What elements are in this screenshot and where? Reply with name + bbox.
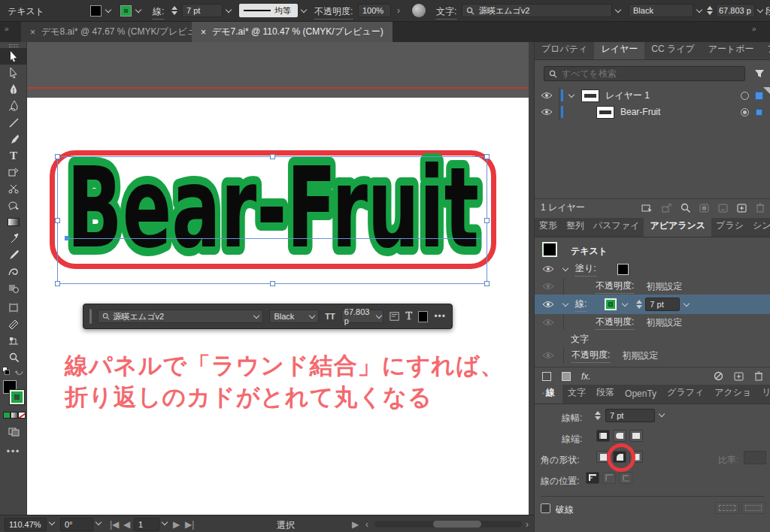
tab-pathfinder[interactable]: パスファイ xyxy=(589,215,644,237)
opacity-value[interactable]: 初期設定 xyxy=(646,316,682,329)
scroll-left-icon[interactable]: ‹ xyxy=(365,519,368,530)
stroke-width-field[interactable]: 7 pt xyxy=(605,409,655,422)
export-icon[interactable] xyxy=(662,204,671,213)
selection-tool[interactable] xyxy=(0,48,27,65)
tab-cc-libraries[interactable]: CC ライブ xyxy=(644,39,702,59)
free-transform-tool[interactable] xyxy=(0,164,27,180)
stroke-proxy-swatch[interactable] xyxy=(10,390,24,404)
eyedropper-tool[interactable] xyxy=(0,246,27,263)
visibility-eye-icon[interactable] xyxy=(542,352,554,359)
font-size-chevron-icon[interactable] xyxy=(757,7,763,13)
font-size-field[interactable]: 67.803 p xyxy=(716,4,755,17)
prev-artboard-icon[interactable]: ◀ xyxy=(123,519,130,530)
stroke-width-field[interactable]: 7 pt xyxy=(182,4,223,17)
handle-top-center[interactable] xyxy=(270,154,275,159)
gradient-tool[interactable] xyxy=(0,213,27,230)
handle-bottom-center[interactable] xyxy=(270,281,275,286)
handle-mid-right[interactable] xyxy=(484,218,490,223)
toolbar-drag-handle[interactable] xyxy=(9,44,18,47)
round-cap-button[interactable] xyxy=(613,430,626,442)
filter-funnel-icon[interactable] xyxy=(754,69,765,78)
miter-ratio-field[interactable] xyxy=(744,451,766,464)
rotation-field[interactable]: 0° xyxy=(60,518,93,531)
stroke-chevron-icon[interactable] xyxy=(135,7,141,13)
color-mode-icon[interactable] xyxy=(3,412,11,419)
type-tool[interactable]: T xyxy=(0,147,27,164)
line-segment-tool[interactable] xyxy=(0,114,27,131)
tab-opentype[interactable]: OpenTy xyxy=(620,384,662,404)
appearance-row-stroke[interactable]: 線: 7 pt xyxy=(535,295,770,314)
collect-for-export-icon[interactable] xyxy=(641,204,653,213)
new-effect-icon[interactable]: fx. xyxy=(581,371,591,382)
tab-layers[interactable]: レイヤー xyxy=(594,39,644,59)
artboard-tool[interactable] xyxy=(0,299,27,316)
tab-actions[interactable]: アクショ xyxy=(709,382,756,404)
zoom-tool[interactable] xyxy=(0,349,27,365)
characters-label[interactable]: 文字 xyxy=(571,333,589,346)
handle-mid-left[interactable] xyxy=(55,218,60,223)
stroke-row-label[interactable]: 線: xyxy=(575,298,587,312)
expand-chevron-icon[interactable] xyxy=(562,300,568,306)
dashed-line-checkbox[interactable] xyxy=(541,503,550,513)
tab-paragraph[interactable]: 段落 xyxy=(591,382,620,404)
projecting-cap-button[interactable] xyxy=(629,430,643,442)
new-sublayer-icon[interactable] xyxy=(718,204,728,213)
paragraph-align-icon[interactable] xyxy=(390,311,399,322)
new-fill-icon[interactable] xyxy=(562,372,571,381)
artboard-number-field[interactable]: 1 xyxy=(134,518,159,531)
new-layer-icon[interactable] xyxy=(737,204,747,213)
appearance-row-fill-opacity[interactable]: 不透明度: 初期設定 xyxy=(535,278,770,295)
selection-bounding-box[interactable] xyxy=(57,156,487,284)
knife-tool[interactable] xyxy=(0,316,27,332)
paintbrush-tool[interactable] xyxy=(0,131,27,147)
touch-type-icon[interactable]: T xyxy=(406,310,413,322)
opacity-label[interactable]: 不透明度: xyxy=(571,349,610,363)
pen-tool[interactable] xyxy=(0,81,27,98)
more-options-icon[interactable]: ••• xyxy=(434,311,446,322)
curvature-tool[interactable] xyxy=(0,98,27,114)
font-style-dropdown[interactable]: Black xyxy=(269,310,319,323)
canvas-area[interactable]: Bear-Fruit 源暎エムゴv2 xyxy=(27,42,529,515)
none-mode-icon[interactable] xyxy=(18,412,26,419)
tab-brushes[interactable]: ブラシ xyxy=(711,215,748,237)
dash-align-button[interactable] xyxy=(741,502,765,514)
fill-swatch[interactable] xyxy=(617,264,629,275)
font-size-field[interactable]: 67.803 p xyxy=(341,310,384,323)
zoom-level-field[interactable]: 110.47% xyxy=(5,518,47,531)
visibility-eye-icon[interactable] xyxy=(542,319,554,326)
align-outside-button[interactable] xyxy=(619,472,632,484)
font-family-dropdown[interactable]: 源暎エムゴv2 xyxy=(462,4,612,17)
layer-thumbnail[interactable] xyxy=(596,106,614,119)
delete-layer-icon[interactable] xyxy=(756,203,765,213)
direct-selection-tool[interactable] xyxy=(0,65,27,81)
visibility-eye-icon[interactable] xyxy=(542,283,554,290)
artboard[interactable]: Bear-Fruit 源暎エムゴv2 xyxy=(27,98,529,515)
layer-name[interactable]: Bear-Fruit xyxy=(620,107,660,117)
locate-object-icon[interactable] xyxy=(681,203,690,213)
scissors-tool[interactable] xyxy=(0,180,27,197)
shaper-tool[interactable] xyxy=(0,197,27,213)
stroke-width-stepper[interactable] xyxy=(636,300,642,309)
miter-join-button[interactable] xyxy=(596,451,610,463)
new-stroke-icon[interactable] xyxy=(542,372,551,381)
character-label[interactable]: 文字: xyxy=(436,5,456,20)
layer-name[interactable]: レイヤー 1 xyxy=(605,89,650,102)
fill-row-label[interactable]: 塗り: xyxy=(575,262,596,277)
butt-cap-button[interactable] xyxy=(596,430,610,442)
layers-search-field[interactable] xyxy=(544,66,745,81)
tab-stroke[interactable]: ◦ 線 xyxy=(535,382,562,404)
bevel-join-button[interactable] xyxy=(629,451,643,463)
scroll-right-icon[interactable]: › xyxy=(526,519,529,530)
expand-chevron-icon[interactable] xyxy=(562,264,568,271)
target-circle-icon[interactable] xyxy=(741,108,749,116)
selection-square[interactable] xyxy=(755,92,763,100)
expand-chevron-icon[interactable] xyxy=(568,91,574,97)
opacity-value[interactable]: 初期設定 xyxy=(646,280,682,293)
doc-tab-demo8[interactable]: × デモ8.ai* @ 47.67 % (CMYK/プレビュー) xyxy=(21,22,217,42)
tab-artboards[interactable]: アートボー xyxy=(702,39,761,59)
doc-tab-demo7[interactable]: × デモ7.ai* @ 110.47 % (CMYK/プレビュー) xyxy=(192,22,393,42)
more-tools-button[interactable]: ••• xyxy=(0,443,27,460)
layer-row-1[interactable]: レイヤー 1 xyxy=(535,87,770,104)
first-artboard-icon[interactable]: |◀ xyxy=(110,519,119,530)
dashed-line-label[interactable]: 破線 xyxy=(556,503,574,516)
